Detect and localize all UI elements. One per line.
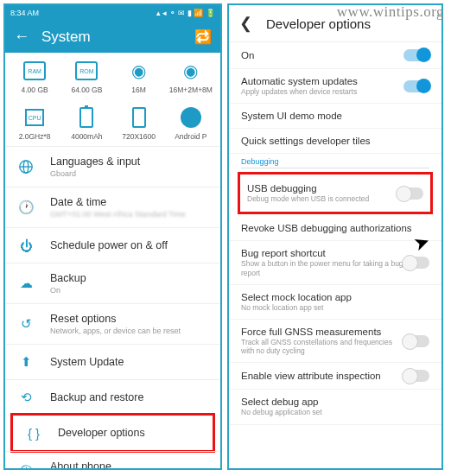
page-title: System [41, 29, 194, 46]
highlight-usb: USB debuggingDebug mode when USB is conn… [238, 172, 433, 214]
braces-icon: { } [25, 424, 42, 441]
spec-battery: 4000mAh [60, 106, 112, 141]
camera-icon: ◉ [126, 60, 152, 82]
list-item-restore[interactable]: ⟲ Backup and restore [5, 379, 220, 415]
share-icon[interactable]: 🔁 [194, 29, 212, 45]
phone-left: 8:34 AM ▴ ◂ ⚬ ✉ ▮ 📶 🔋 ← System 🔁 RAM4.00… [3, 3, 222, 470]
item-title: Languages & input [50, 155, 208, 168]
spec-screen: 720X1600 [113, 106, 165, 141]
list-item-languages[interactable]: Languages & inputGboard [5, 146, 220, 187]
spec-rom: ROM64.00 GB [60, 60, 112, 94]
phone-right: ❮ Developer options On Automatic system … [227, 3, 443, 470]
ram-icon: RAM [23, 61, 46, 80]
item-title: System Update [50, 356, 208, 368]
item-title: Backup and restore [50, 391, 208, 403]
item-sub: Network, apps, or device can be reset [50, 327, 208, 335]
opt-usb-debugging[interactable]: USB debuggingDebug mode when USB is conn… [240, 175, 430, 212]
item-title: Schedule power on & off [50, 239, 208, 251]
item-title: Developer options [58, 427, 200, 439]
item-sub: Gboard [50, 169, 208, 178]
highlight-developer: { } Developer options [10, 413, 215, 453]
power-icon: ⏻ [17, 237, 35, 254]
list-item-backup[interactable]: ☁ BackupOn [5, 263, 220, 303]
specs-row-2: CPU2.0GHz*8 4000mAh 720X1600 Android P [5, 99, 220, 146]
opt-demo-mode[interactable]: System UI demo mode [229, 104, 441, 129]
restore-icon: ⟲ [17, 389, 35, 406]
toggle-off[interactable] [403, 335, 429, 347]
toggle-off[interactable] [403, 370, 429, 382]
toggle-on[interactable] [403, 80, 429, 92]
item-title: About phone [50, 460, 208, 470]
spec-cam2: ◉16M+2M+8M [165, 60, 217, 94]
battery-icon [79, 107, 93, 128]
opt-quick-tiles[interactable]: Quick settings developer tiles [229, 129, 441, 154]
spec-cpu: CPU2.0GHz*8 [9, 106, 60, 141]
screenshot-pair: 8:34 AM ▴ ◂ ⚬ ✉ ▮ 📶 🔋 ← System 🔁 RAM4.00… [0, 0, 451, 473]
globe-icon [17, 158, 35, 175]
list-item-datetime[interactable]: 🕐 Date & timeGMT+01:00 West Africa Stand… [5, 187, 220, 227]
spec-cam1: ◉16M [113, 60, 165, 94]
opt-debug-app[interactable]: Select debug appNo debug application set [229, 390, 441, 424]
opt-mock-location[interactable]: Select mock location appNo mock location… [229, 285, 441, 320]
list-item-developer[interactable]: { } Developer options [13, 416, 213, 450]
settings-list: Languages & inputGboard 🕐 Date & timeGMT… [5, 146, 220, 470]
reset-icon: ↺ [17, 315, 35, 333]
toggle-off[interactable] [397, 187, 423, 200]
opt-revoke[interactable]: Revoke USB debugging authorizations [229, 216, 441, 241]
specs-row-1: RAM4.00 GB ROM64.00 GB ◉16M ◉16M+2M+8M [5, 53, 220, 99]
spec-android: Android P [165, 106, 217, 141]
toggle-on[interactable] [403, 49, 429, 61]
toggle-off[interactable] [403, 257, 429, 269]
status-bar: 8:34 AM ▴ ◂ ⚬ ✉ ▮ 📶 🔋 [5, 5, 220, 21]
android-icon [181, 107, 201, 128]
item-title: Date & time [50, 196, 208, 208]
camera-icon: ◉ [178, 60, 204, 82]
opt-gnss[interactable]: Force full GNSS measurementsTrack all GN… [229, 320, 441, 363]
opt-view-attr[interactable]: Enable view attribute inspection [229, 363, 441, 390]
back-icon[interactable]: ← [14, 28, 29, 46]
list-item-schedule[interactable]: ⏻ Schedule power on & off [5, 227, 220, 263]
system-header: ← System 🔁 [5, 21, 220, 53]
status-time: 8:34 AM [10, 9, 39, 17]
status-icons: ▴ ◂ ⚬ ✉ ▮ 📶 🔋 [156, 9, 215, 17]
spec-ram: RAM4.00 GB [9, 60, 60, 94]
item-sub: On [50, 286, 208, 295]
section-debugging: Debugging [229, 154, 441, 170]
backup-icon: ☁ [17, 275, 35, 292]
update-icon: ⬆ [17, 353, 35, 371]
list-item-update[interactable]: ⬆ System Update [5, 344, 220, 379]
watermark-text: www.wintips.org [337, 3, 444, 21]
item-title: Backup [50, 272, 208, 284]
opt-auto-updates[interactable]: Automatic system updatesApply updates wh… [229, 69, 441, 104]
item-sub: GMT+01:00 West Africa Standard Time [50, 210, 208, 219]
list-item-about[interactable]: ⓘ About phoneTECNO CC7 [5, 451, 220, 470]
screen-icon [132, 107, 146, 128]
rom-icon: ROM [75, 61, 98, 80]
cpu-icon: CPU [25, 109, 44, 126]
opt-on[interactable]: On [229, 42, 441, 69]
opt-bugreport[interactable]: Bug report shortcutShow a button in the … [229, 241, 441, 284]
item-title: Reset options [50, 313, 208, 325]
list-item-reset[interactable]: ↺ Reset optionsNetwork, apps, or device … [5, 303, 220, 344]
info-icon: ⓘ [17, 463, 35, 470]
clock-icon: 🕐 [17, 199, 35, 216]
back-icon[interactable]: ❮ [239, 14, 252, 33]
